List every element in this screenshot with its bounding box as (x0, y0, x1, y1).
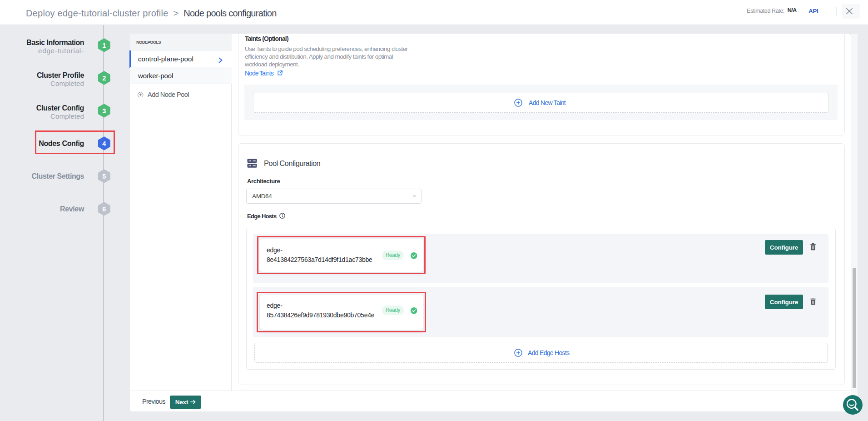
svg-text:3: 3 (102, 107, 106, 115)
svg-text:5: 5 (102, 173, 106, 180)
svg-text:2: 2 (102, 75, 106, 82)
svg-text:1: 1 (102, 42, 106, 49)
svg-text:6: 6 (102, 205, 106, 213)
